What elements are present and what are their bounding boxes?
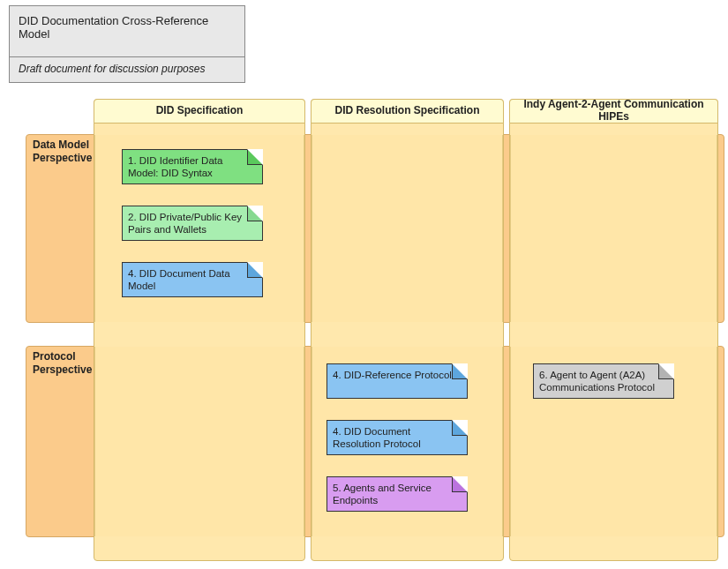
column-header-indy-hipes: Indy Agent-2-Agent Communication HIPEs (509, 99, 718, 124)
note-fold-icon (247, 262, 263, 278)
note-a2a-communications-protocol: 6. Agent to Agent (A2A) Communications P… (533, 363, 674, 399)
note-text: 4. DID Document Resolution Protocol (333, 426, 421, 449)
pane-r1-c3 (510, 135, 717, 322)
note-text: 4. DID Document Data Model (128, 268, 230, 291)
title-box: DID Documentation Cross-Reference Model … (9, 5, 245, 83)
note-fold-icon (452, 476, 468, 492)
note-did-reference-protocol: 4. DID-Reference Protocol (326, 363, 468, 399)
note-fold-icon (247, 206, 263, 221)
diagram-subtitle: Draft document for discussion purposes (10, 57, 244, 82)
note-text: 4. DID-Reference Protocol (333, 370, 452, 380)
note-fold-icon (452, 363, 468, 379)
pane-r1-c2 (311, 135, 503, 322)
note-text: 5. Agents and Service Endpoints (333, 483, 432, 505)
pane-r2-c1 (94, 347, 304, 536)
note-did-document-resolution-protocol: 4. DID Document Resolution Protocol (326, 420, 468, 455)
note-fold-icon (658, 363, 674, 379)
note-did-identifier-data-model: 1. DID Identifier Data Model: DID Syntax (122, 149, 263, 184)
column-header-did-spec: DID Specification (94, 99, 305, 124)
note-text: 2. DID Private/Public Key Pairs and Wall… (128, 212, 242, 235)
note-fold-icon (452, 420, 468, 436)
note-text: 1. DID Identifier Data Model: DID Syntax (128, 155, 222, 178)
note-agents-service-endpoints: 5. Agents and Service Endpoints (326, 476, 468, 512)
column-header-did-resolution: DID Resolution Specification (311, 99, 504, 124)
note-fold-icon (247, 149, 263, 165)
row-label-data-model: Data Model Perspective (33, 139, 103, 165)
diagram-title: DID Documentation Cross-Reference Model (10, 6, 244, 57)
row-label-protocol: Protocol Perspective (33, 350, 103, 377)
note-did-document-data-model: 4. DID Document Data Model (122, 262, 263, 297)
note-text: 6. Agent to Agent (A2A) Communications P… (539, 370, 655, 393)
note-did-key-pairs-wallets: 2. DID Private/Public Key Pairs and Wall… (122, 206, 263, 241)
